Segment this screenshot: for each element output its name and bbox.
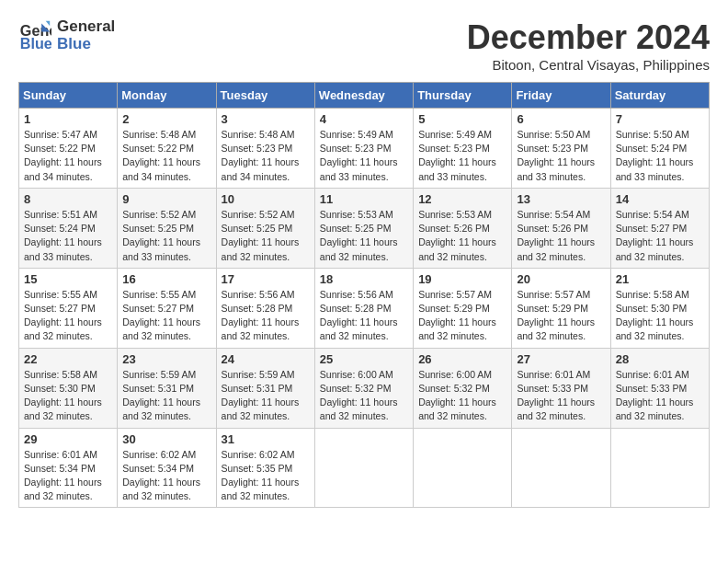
table-row: 14 Sunrise: 5:54 AM Sunset: 5:27 PM Dayl…	[610, 188, 709, 268]
day-number: 28	[616, 352, 704, 366]
day-number: 16	[122, 272, 210, 286]
sunrise-label: Sunrise: 5:59 AM	[222, 369, 295, 380]
sunset-label: Sunset: 5:34 PM	[122, 463, 194, 474]
calendar-week-row: 15 Sunrise: 5:55 AM Sunset: 5:27 PM Dayl…	[19, 268, 710, 348]
sunrise-label: Sunrise: 6:02 AM	[222, 449, 295, 460]
day-number: 10	[222, 192, 310, 206]
col-monday: Monday	[118, 83, 216, 109]
sunrise-label: Sunrise: 5:58 AM	[616, 289, 689, 300]
daylight-label: Daylight: 11 hours and 32 minutes.	[122, 316, 200, 341]
day-info: Sunrise: 5:49 AM Sunset: 5:23 PM Dayligh…	[320, 128, 408, 184]
calendar-week-row: 29 Sunrise: 6:01 AM Sunset: 5:34 PM Dayl…	[19, 428, 710, 508]
day-info: Sunrise: 5:55 AM Sunset: 5:27 PM Dayligh…	[122, 288, 210, 344]
day-number: 30	[122, 432, 210, 446]
daylight-label: Daylight: 11 hours and 33 minutes.	[418, 156, 496, 181]
table-row: 24 Sunrise: 5:59 AM Sunset: 5:31 PM Dayl…	[216, 348, 314, 428]
logo-line1: General	[57, 18, 115, 36]
sunset-label: Sunset: 5:30 PM	[24, 383, 96, 394]
daylight-label: Daylight: 11 hours and 32 minutes.	[517, 396, 595, 421]
sunrise-label: Sunrise: 5:55 AM	[24, 289, 97, 300]
day-number: 29	[24, 432, 112, 446]
day-number: 14	[616, 192, 704, 206]
sunrise-label: Sunrise: 5:53 AM	[418, 209, 492, 220]
day-info: Sunrise: 5:54 AM Sunset: 5:27 PM Dayligh…	[616, 208, 704, 264]
calendar-header-row: Sunday Monday Tuesday Wednesday Thursday…	[19, 83, 710, 109]
table-row: 6 Sunrise: 5:50 AM Sunset: 5:23 PM Dayli…	[512, 109, 610, 189]
day-info: Sunrise: 5:55 AM Sunset: 5:27 PM Dayligh…	[24, 288, 112, 344]
day-info: Sunrise: 5:57 AM Sunset: 5:29 PM Dayligh…	[418, 288, 506, 344]
col-tuesday: Tuesday	[216, 83, 314, 109]
table-row: 3 Sunrise: 5:48 AM Sunset: 5:23 PM Dayli…	[216, 109, 314, 189]
day-info: Sunrise: 5:59 AM Sunset: 5:31 PM Dayligh…	[222, 368, 310, 424]
sunrise-label: Sunrise: 5:48 AM	[122, 129, 196, 140]
sunrise-label: Sunrise: 5:47 AM	[24, 129, 97, 140]
col-sunday: Sunday	[19, 83, 118, 109]
day-info: Sunrise: 5:47 AM Sunset: 5:22 PM Dayligh…	[24, 128, 112, 184]
day-number: 8	[24, 192, 112, 206]
day-number: 22	[24, 352, 112, 366]
day-info: Sunrise: 5:54 AM Sunset: 5:26 PM Dayligh…	[517, 208, 605, 264]
sunrise-label: Sunrise: 5:57 AM	[517, 289, 590, 300]
sunset-label: Sunset: 5:22 PM	[24, 143, 96, 154]
sunset-label: Sunset: 5:26 PM	[517, 223, 588, 234]
daylight-label: Daylight: 11 hours and 32 minutes.	[616, 396, 694, 421]
sunrise-label: Sunrise: 5:48 AM	[222, 129, 295, 140]
daylight-label: Daylight: 11 hours and 32 minutes.	[320, 316, 398, 341]
calendar-week-row: 8 Sunrise: 5:51 AM Sunset: 5:24 PM Dayli…	[19, 188, 710, 268]
table-row: 22 Sunrise: 5:58 AM Sunset: 5:30 PM Dayl…	[19, 348, 118, 428]
month-title: December 2024	[467, 18, 710, 57]
sunrise-label: Sunrise: 5:50 AM	[616, 129, 689, 140]
table-row: 25 Sunrise: 6:00 AM Sunset: 5:32 PM Dayl…	[314, 348, 413, 428]
day-number: 9	[122, 192, 210, 206]
title-block: December 2024 Bitoon, Central Visayas, P…	[467, 18, 710, 73]
sunrise-label: Sunrise: 5:49 AM	[320, 129, 393, 140]
sunset-label: Sunset: 5:30 PM	[616, 303, 688, 314]
day-info: Sunrise: 5:49 AM Sunset: 5:23 PM Dayligh…	[418, 128, 506, 184]
sunset-label: Sunset: 5:29 PM	[517, 303, 588, 314]
day-info: Sunrise: 6:01 AM Sunset: 5:34 PM Dayligh…	[24, 448, 112, 504]
day-info: Sunrise: 5:50 AM Sunset: 5:24 PM Dayligh…	[616, 128, 704, 184]
sunset-label: Sunset: 5:31 PM	[122, 383, 194, 394]
day-info: Sunrise: 5:59 AM Sunset: 5:31 PM Dayligh…	[122, 368, 210, 424]
daylight-label: Daylight: 11 hours and 33 minutes.	[320, 156, 398, 181]
day-number: 23	[122, 352, 210, 366]
day-number: 24	[222, 352, 310, 366]
sunrise-label: Sunrise: 5:52 AM	[122, 209, 196, 220]
table-row: 1 Sunrise: 5:47 AM Sunset: 5:22 PM Dayli…	[19, 109, 118, 189]
logo-line2: Blue	[57, 36, 115, 53]
location: Bitoon, Central Visayas, Philippines	[467, 57, 710, 73]
daylight-label: Daylight: 11 hours and 34 minutes.	[122, 156, 200, 181]
sunrise-label: Sunrise: 5:50 AM	[517, 129, 590, 140]
day-info: Sunrise: 5:50 AM Sunset: 5:23 PM Dayligh…	[517, 128, 605, 184]
sunset-label: Sunset: 5:29 PM	[418, 303, 490, 314]
daylight-label: Daylight: 11 hours and 32 minutes.	[418, 316, 496, 341]
day-number: 13	[517, 192, 605, 206]
sunset-label: Sunset: 5:23 PM	[222, 143, 293, 154]
table-row	[414, 428, 512, 508]
sunset-label: Sunset: 5:33 PM	[517, 383, 588, 394]
daylight-label: Daylight: 11 hours and 32 minutes.	[616, 316, 694, 341]
day-number: 21	[616, 272, 704, 286]
sunset-label: Sunset: 5:23 PM	[517, 143, 588, 154]
table-row: 28 Sunrise: 6:01 AM Sunset: 5:33 PM Dayl…	[610, 348, 709, 428]
sunset-label: Sunset: 5:25 PM	[320, 223, 392, 234]
table-row: 16 Sunrise: 5:55 AM Sunset: 5:27 PM Dayl…	[118, 268, 216, 348]
day-info: Sunrise: 5:52 AM Sunset: 5:25 PM Dayligh…	[122, 208, 210, 264]
day-number: 25	[320, 352, 408, 366]
day-number: 17	[222, 272, 310, 286]
day-info: Sunrise: 6:02 AM Sunset: 5:35 PM Dayligh…	[222, 448, 310, 504]
sunrise-label: Sunrise: 5:53 AM	[320, 209, 393, 220]
day-number: 15	[24, 272, 112, 286]
sunrise-label: Sunrise: 6:01 AM	[616, 369, 689, 380]
daylight-label: Daylight: 11 hours and 33 minutes.	[122, 236, 200, 261]
sunrise-label: Sunrise: 5:55 AM	[122, 289, 196, 300]
sunset-label: Sunset: 5:22 PM	[122, 143, 194, 154]
table-row: 17 Sunrise: 5:56 AM Sunset: 5:28 PM Dayl…	[216, 268, 314, 348]
table-row: 18 Sunrise: 5:56 AM Sunset: 5:28 PM Dayl…	[314, 268, 413, 348]
table-row: 7 Sunrise: 5:50 AM Sunset: 5:24 PM Dayli…	[610, 109, 709, 189]
table-row: 8 Sunrise: 5:51 AM Sunset: 5:24 PM Dayli…	[19, 188, 118, 268]
sunrise-label: Sunrise: 6:02 AM	[122, 449, 196, 460]
day-info: Sunrise: 5:52 AM Sunset: 5:25 PM Dayligh…	[222, 208, 310, 264]
day-number: 4	[320, 112, 408, 126]
day-info: Sunrise: 5:57 AM Sunset: 5:29 PM Dayligh…	[517, 288, 605, 344]
